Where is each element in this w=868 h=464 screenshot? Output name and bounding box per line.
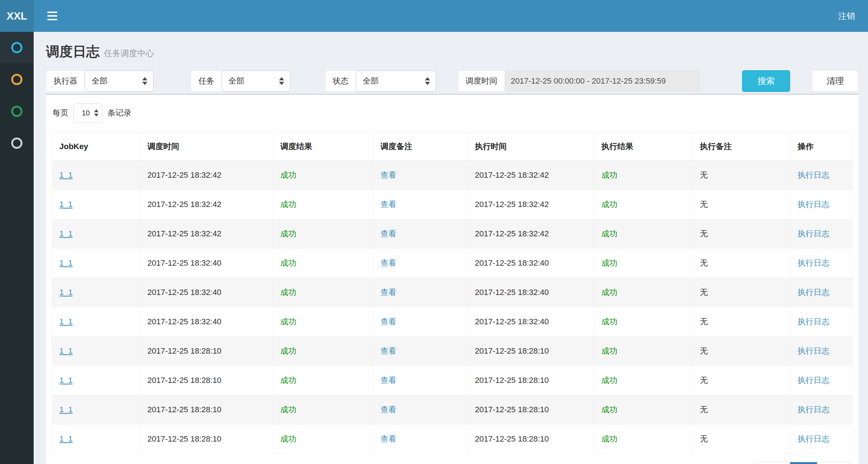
navbar-main: 注销 <box>34 0 868 32</box>
view-trigger-msg-link[interactable]: 查看 <box>380 317 396 326</box>
exec-log-link[interactable]: 执行日志 <box>797 229 829 238</box>
cell-trigger-result: 成功 <box>273 307 373 337</box>
hamburger-icon <box>47 12 57 13</box>
cell-handle-msg: 无 <box>692 219 790 249</box>
exec-log-link[interactable]: 执行日志 <box>797 317 829 326</box>
cell-handle-result: 成功 <box>594 161 692 190</box>
cell-trigger-msg: 查看 <box>373 395 468 425</box>
cell-handle-time: 2017-12-25 18:28:10 <box>468 425 594 454</box>
cell-action: 执行日志 <box>790 395 853 425</box>
exec-log-link[interactable]: 执行日志 <box>797 200 829 209</box>
cell-handle-msg: 无 <box>692 190 790 219</box>
cell-handle-time: 2017-12-25 18:28:10 <box>468 395 594 425</box>
cell-handle-msg: 无 <box>692 425 790 454</box>
next-page-button[interactable]: 下页 <box>817 462 852 464</box>
cell-trigger-result: 成功 <box>273 366 373 395</box>
sidebar-item-4[interactable] <box>0 127 34 159</box>
view-trigger-msg-link[interactable]: 查看 <box>380 288 396 297</box>
filter-toolbar: 执行器 全部 任务 全部 状态 全部 调度时间 2017-12-25 00:00… <box>46 70 859 92</box>
time-range-input[interactable]: 2017-12-25 00:00:00 - 2017-12-25 23:59:5… <box>505 71 700 92</box>
view-trigger-msg-link[interactable]: 查看 <box>380 258 396 267</box>
cell-jobkey: 1_1 <box>52 190 140 219</box>
status-select-value: 全部 <box>363 76 420 87</box>
cell-handle-time: 2017-12-25 18:32:42 <box>468 219 594 249</box>
cell-handle-time: 2017-12-25 18:32:40 <box>468 307 594 337</box>
jobkey-link[interactable]: 1_1 <box>59 200 73 209</box>
status-filter-group: 状态 全部 <box>325 71 436 92</box>
column-header: 执行备注 <box>692 133 790 161</box>
circle-o-icon <box>11 138 22 149</box>
cell-trigger-time: 2017-12-25 18:28:10 <box>140 395 273 425</box>
jobkey-link[interactable]: 1_1 <box>59 170 73 180</box>
clear-button[interactable]: 清理 <box>812 70 859 92</box>
jobkey-link[interactable]: 1_1 <box>59 434 73 443</box>
status-select[interactable]: 全部 <box>356 71 436 92</box>
top-navbar: XXL 注销 <box>0 0 868 32</box>
jobkey-link[interactable]: 1_1 <box>59 258 73 267</box>
sidebar-item-2[interactable] <box>0 64 34 96</box>
page-size-value: 10 <box>80 109 92 117</box>
jobkey-link[interactable]: 1_1 <box>59 346 73 355</box>
dispatch-log-table: JobKey调度时间调度结果调度备注执行时间执行结果执行备注操作 1_1 201… <box>52 132 853 454</box>
view-trigger-msg-link[interactable]: 查看 <box>380 346 396 355</box>
view-trigger-msg-link[interactable]: 查看 <box>380 170 396 180</box>
jobkey-link[interactable]: 1_1 <box>59 229 73 238</box>
logout-link[interactable]: 注销 <box>835 2 859 30</box>
content-header: 调度日志 任务调度中心 <box>46 32 859 61</box>
cell-trigger-msg: 查看 <box>373 425 468 454</box>
select-stepper-icon <box>142 77 147 85</box>
jobkey-link[interactable]: 1_1 <box>59 376 73 385</box>
cell-trigger-time: 2017-12-25 18:32:40 <box>140 278 273 307</box>
cell-handle-result: 成功 <box>594 219 692 249</box>
sidebar-item-1[interactable] <box>0 32 34 64</box>
exec-log-link[interactable]: 执行日志 <box>797 170 829 180</box>
executor-select[interactable]: 全部 <box>85 71 153 92</box>
view-trigger-msg-link[interactable]: 查看 <box>380 405 396 414</box>
exec-log-link[interactable]: 执行日志 <box>797 376 829 385</box>
column-header: 调度结果 <box>273 133 373 161</box>
select-stepper-icon <box>94 109 98 117</box>
column-header: 调度备注 <box>373 133 468 161</box>
current-page-button[interactable]: 1 <box>790 462 817 464</box>
executor-select-value: 全部 <box>92 76 137 87</box>
cell-trigger-msg: 查看 <box>373 366 468 395</box>
table-row: 1_1 2017-12-25 18:32:42 成功 查看 2017-12-25… <box>52 219 853 249</box>
view-trigger-msg-link[interactable]: 查看 <box>380 229 396 238</box>
table-row: 1_1 2017-12-25 18:32:40 成功 查看 2017-12-25… <box>52 278 853 307</box>
cell-trigger-time: 2017-12-25 18:32:42 <box>140 161 273 190</box>
cell-handle-result: 成功 <box>594 190 692 219</box>
cell-trigger-result: 成功 <box>273 395 373 425</box>
page-size-row: 每页 10 条记录 <box>52 104 853 122</box>
page-subtitle: 任务调度中心 <box>104 48 154 59</box>
cell-handle-result: 成功 <box>594 337 692 366</box>
select-stepper-icon <box>425 77 430 85</box>
app-logo[interactable]: XXL <box>0 0 34 32</box>
column-header: 调度时间 <box>140 133 273 161</box>
exec-log-link[interactable]: 执行日志 <box>797 434 829 443</box>
table-row: 1_1 2017-12-25 18:28:10 成功 查看 2017-12-25… <box>52 337 853 366</box>
cell-trigger-msg: 查看 <box>373 161 468 190</box>
sidebar-toggle-button[interactable] <box>44 8 61 24</box>
pagination: 上页 1 下页 <box>755 462 853 464</box>
table-row: 1_1 2017-12-25 18:28:10 成功 查看 2017-12-25… <box>52 395 853 425</box>
exec-log-link[interactable]: 执行日志 <box>797 288 829 297</box>
table-footer: 第 1 页 ( 总共 1 页， 10 条记录 ) 上页 1 下页 <box>52 462 853 464</box>
cell-trigger-time: 2017-12-25 18:32:40 <box>140 249 273 278</box>
view-trigger-msg-link[interactable]: 查看 <box>380 434 396 443</box>
exec-log-link[interactable]: 执行日志 <box>797 258 829 267</box>
sidebar-item-3[interactable] <box>0 96 34 127</box>
view-trigger-msg-link[interactable]: 查看 <box>380 200 396 209</box>
page-size-select[interactable]: 10 <box>73 104 102 122</box>
prev-page-button[interactable]: 上页 <box>755 462 790 464</box>
exec-log-link[interactable]: 执行日志 <box>797 346 829 355</box>
jobkey-link[interactable]: 1_1 <box>59 317 73 326</box>
jobkey-link[interactable]: 1_1 <box>59 405 73 414</box>
job-filter-label: 任务 <box>191 71 222 92</box>
jobkey-link[interactable]: 1_1 <box>59 288 73 297</box>
view-trigger-msg-link[interactable]: 查看 <box>380 376 396 385</box>
search-button[interactable]: 搜索 <box>742 70 790 92</box>
job-select[interactable]: 全部 <box>222 71 290 92</box>
cell-trigger-result: 成功 <box>273 161 373 190</box>
exec-log-link[interactable]: 执行日志 <box>797 405 829 414</box>
circle-o-icon <box>11 74 22 85</box>
